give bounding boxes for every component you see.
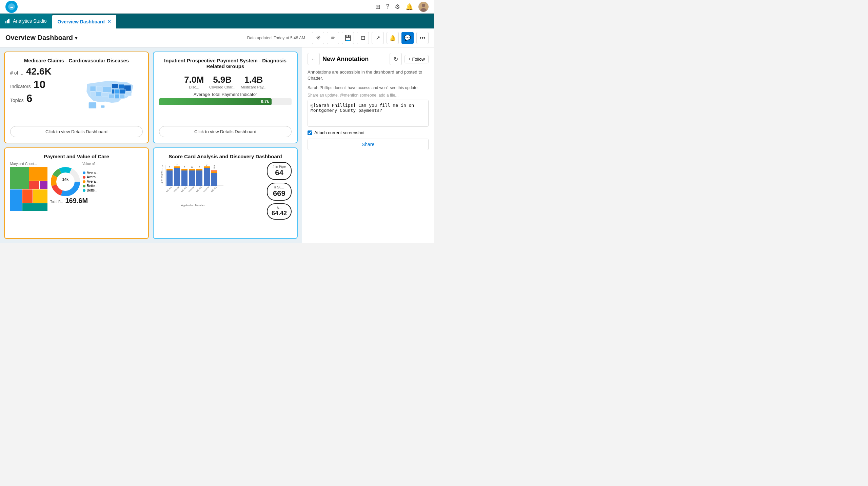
svg-text:# of ScoreC...: # of ScoreC... <box>160 168 163 183</box>
kpi-average: A... 64.42 <box>267 203 292 220</box>
legend-item-2: Avera... <box>83 175 98 179</box>
overview-dashboard-label: Overview Dashboard <box>58 19 105 24</box>
svg-rect-48 <box>166 169 173 170</box>
donut-legend-row: 14k Avera... Avera... <box>50 166 98 197</box>
tab-close-icon[interactable]: ✕ <box>107 19 111 24</box>
card1-title: Medicare Claims - Cardiovascular Disease… <box>10 58 143 63</box>
svg-text:Application Number: Application Number <box>181 204 205 207</box>
share-button[interactable]: ↗ <box>372 32 384 44</box>
edit-button[interactable]: ✏ <box>327 32 339 44</box>
treemap-area: Maryland Count... <box>10 162 47 212</box>
svg-text:☁: ☁ <box>9 4 14 9</box>
annotation-refresh-button[interactable]: ↻ <box>390 53 402 65</box>
user-avatar[interactable] <box>418 2 429 12</box>
kpi-in-pipe: # in Pipe 64 <box>267 162 292 180</box>
dashboard-area: Medicare Claims - Cardiovascular Disease… <box>0 47 302 243</box>
svg-rect-57 <box>189 169 195 170</box>
card4-inner: 8 4 0 6 7 <box>159 162 292 220</box>
settings-icon[interactable]: ⚙ <box>395 3 400 11</box>
card1-map <box>78 66 143 123</box>
card-scorecard: Score Card Analysis and Discovery Dashbo… <box>153 147 298 239</box>
svg-rect-15 <box>103 87 111 93</box>
svg-rect-20 <box>102 93 108 97</box>
svg-rect-13 <box>115 89 119 94</box>
svg-rect-53 <box>181 170 188 186</box>
legend-item-5: Bette... <box>83 188 98 192</box>
svg-rect-17 <box>90 86 96 92</box>
svg-rect-56 <box>189 170 195 186</box>
main-content: Medicare Claims - Cardiovascular Disease… <box>0 47 434 243</box>
svg-text:NG-466: NG-466 <box>188 186 195 193</box>
stat-count-row: # of ... 42.6K <box>10 66 75 77</box>
annotation-message-input[interactable] <box>308 100 429 127</box>
svg-rect-59 <box>196 170 202 186</box>
svg-rect-8 <box>9 19 10 23</box>
card4-content: 8 4 0 6 7 <box>159 162 292 220</box>
bar-chart-svg: 8 4 0 6 7 <box>159 162 223 209</box>
kpi-column: # in Pipe 64 # Su... 669 A... 64.42 <box>267 162 292 220</box>
svg-rect-9 <box>112 84 118 88</box>
card-payment: Payment and Value of Care Maryland Count… <box>4 147 149 239</box>
svg-text:NG-463: NG-463 <box>181 186 188 193</box>
svg-rect-62 <box>204 168 210 186</box>
svg-rect-25 <box>89 102 97 108</box>
svg-text:NG-481: NG-481 <box>211 186 217 193</box>
svg-text:6: 6 <box>199 166 200 168</box>
svg-text:5: 5 <box>214 167 215 169</box>
card1-cta[interactable]: Click to view Details Dashboard <box>10 126 143 137</box>
filter-button[interactable]: ⊟ <box>357 32 369 44</box>
follow-button[interactable]: + Follow <box>405 55 429 63</box>
svg-rect-60 <box>196 169 202 170</box>
share-annotation-button[interactable]: Share <box>308 139 429 150</box>
salesforce-logo[interactable]: ☁ <box>5 1 18 13</box>
svg-rect-24 <box>125 92 132 96</box>
svg-rect-50 <box>174 168 180 186</box>
annotation-share-label: Share an update, @mention someone, add a… <box>308 93 429 98</box>
progress-bar: 9.7k <box>159 98 272 105</box>
notification-add-button[interactable]: 🔔 <box>387 32 399 44</box>
card2-cta[interactable]: Click to view Details Dashboard <box>159 126 292 137</box>
page-title: Overview Dashboard ▾ <box>5 34 243 42</box>
dropdown-icon[interactable]: ▾ <box>75 35 77 41</box>
bell-icon[interactable]: 🔔 <box>406 3 413 11</box>
card3-inner: Maryland Count... <box>10 162 143 212</box>
annotation-back-button[interactable]: ← <box>308 53 320 65</box>
tab-analytics-studio[interactable]: Analytics Studio <box>0 14 52 28</box>
comment-button[interactable]: 💬 <box>401 32 414 44</box>
total-label: Total P... 169.6M <box>50 197 98 205</box>
svg-rect-21 <box>109 94 114 99</box>
svg-rect-10 <box>119 84 124 89</box>
stat-indicators-row: Indicators 10 <box>10 78 75 91</box>
annotation-warning: Sarah Phillips doesn't have access and w… <box>308 85 429 90</box>
card3-title: Payment and Value of Care <box>10 154 143 159</box>
kpi-submitted: # Su... 669 <box>267 183 292 201</box>
metric-medicare-payments: 1.4B Medicare Pay... <box>241 75 267 89</box>
save-button[interactable]: 💾 <box>342 32 354 44</box>
toolbar-actions: ✳ ✏ 💾 ⊟ ↗ 🔔 💬 ••• <box>312 32 429 44</box>
annotation-panel: ← New Annotation ↻ + Follow Annotations … <box>302 47 434 243</box>
svg-rect-16 <box>96 86 102 92</box>
card2-title: Inpatient Prospective Payment System - D… <box>159 58 292 69</box>
more-button[interactable]: ••• <box>416 32 429 44</box>
tab-overview-dashboard[interactable]: Overview Dashboard ✕ <box>52 15 116 28</box>
svg-text:NG-456: NG-456 <box>173 186 180 193</box>
progress-bar-container: 9.7k <box>159 98 292 105</box>
card2-metrics: 7.0M Disc... 5.9B Covered Char... 1.4B M… <box>159 75 292 89</box>
help-icon[interactable]: ? <box>386 3 389 10</box>
svg-rect-19 <box>96 92 101 96</box>
attach-screenshot-checkbox[interactable] <box>308 130 312 135</box>
svg-rect-31 <box>10 189 22 211</box>
annotation-header: ← New Annotation ↻ + Follow <box>308 53 429 65</box>
svg-rect-6 <box>7 20 8 23</box>
svg-rect-23 <box>120 94 125 99</box>
legend-item-1: Avera... <box>83 171 98 175</box>
grid-icon[interactable]: ⊞ <box>375 3 380 11</box>
top-navigation: ☁ ⊞ ? ⚙ 🔔 <box>0 0 434 14</box>
legend-item-4: Bette... <box>83 184 98 188</box>
snowflake-button[interactable]: ✳ <box>312 32 324 44</box>
stat-topics-row: Topics 6 <box>10 92 75 105</box>
card4-title: Score Card Analysis and Discovery Dashbo… <box>159 154 292 159</box>
nav-left: ☁ <box>5 1 18 13</box>
svg-text:NG-468: NG-468 <box>196 186 202 193</box>
svg-text:2: 2 <box>214 165 215 167</box>
